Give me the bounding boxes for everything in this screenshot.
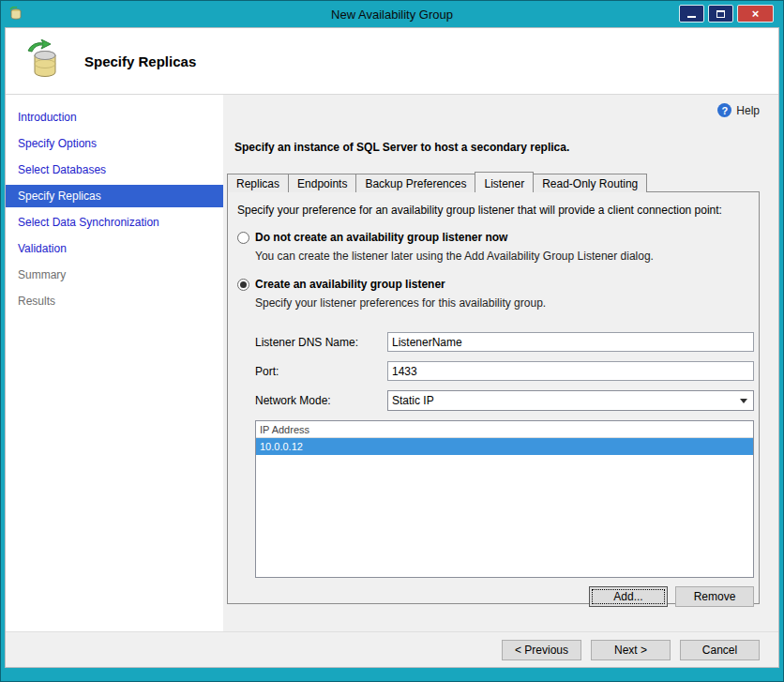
ip-address-list: IP Address 10.0.0.12 bbox=[255, 420, 754, 578]
help-label: Help bbox=[736, 104, 760, 117]
tab-endpoints[interactable]: Endpoints bbox=[288, 174, 356, 192]
add-button[interactable]: Add... bbox=[589, 586, 668, 607]
maximize-icon bbox=[716, 10, 725, 18]
radio-create-listener[interactable]: Create an availability group listener bbox=[237, 278, 754, 291]
availability-group-icon bbox=[23, 39, 66, 83]
previous-button[interactable]: < Previous bbox=[502, 640, 581, 660]
tab-read-only-routing[interactable]: Read-Only Routing bbox=[533, 174, 647, 192]
new-availability-group-window: New Availability Group × Specify Replica… bbox=[0, 0, 784, 682]
wizard-footer: < Previous Next > Cancel bbox=[6, 631, 778, 667]
minimize-icon bbox=[687, 16, 696, 18]
main-panel: ? Help Specify an instance of SQL Server… bbox=[223, 95, 778, 631]
sidebar-item-specify-replicas[interactable]: Specify Replicas bbox=[6, 185, 223, 207]
radio-no-listener[interactable]: Do not create an availability group list… bbox=[237, 231, 754, 244]
close-icon: × bbox=[752, 8, 760, 20]
tab-replicas[interactable]: Replicas bbox=[227, 174, 289, 192]
maximize-button[interactable] bbox=[708, 5, 733, 23]
tab-backup-preferences[interactable]: Backup Preferences bbox=[355, 174, 475, 192]
dns-name-input[interactable] bbox=[387, 332, 754, 352]
caption-buttons: × bbox=[679, 5, 774, 23]
app-icon bbox=[8, 7, 23, 22]
radio-create-listener-description: Specify your listener preferences for th… bbox=[255, 296, 754, 310]
chevron-down-icon bbox=[740, 399, 747, 403]
network-mode-row: Network Mode: Static IP bbox=[255, 390, 754, 411]
sidebar-item-specify-options[interactable]: Specify Options bbox=[6, 130, 223, 157]
page-title: Specify Replicas bbox=[84, 53, 196, 69]
window-title: New Availability Group bbox=[1, 8, 783, 22]
close-button[interactable]: × bbox=[737, 5, 774, 23]
network-mode-value: Static IP bbox=[392, 394, 434, 407]
radio-no-listener-icon bbox=[237, 232, 249, 244]
dns-name-row: Listener DNS Name: bbox=[255, 332, 754, 352]
port-row: Port: bbox=[255, 361, 754, 381]
help-icon: ? bbox=[717, 103, 731, 117]
sidebar-item-select-data-synchronization[interactable]: Select Data Synchronization bbox=[6, 209, 223, 235]
listener-preference-text: Specify your preference for an availabil… bbox=[237, 204, 754, 217]
cancel-button[interactable]: Cancel bbox=[680, 640, 760, 660]
next-button[interactable]: Next > bbox=[591, 640, 671, 660]
tab-listener[interactable]: Listener bbox=[475, 172, 534, 192]
dialog-body: Specify Replicas Introduction Specify Op… bbox=[5, 27, 779, 668]
ip-list-buttons: Add... Remove bbox=[235, 586, 754, 607]
remove-button[interactable]: Remove bbox=[675, 586, 754, 607]
radio-create-listener-label: Create an availability group listener bbox=[255, 278, 445, 291]
radio-create-listener-icon bbox=[237, 279, 249, 291]
titlebar: New Availability Group × bbox=[1, 1, 783, 27]
wizard-content: Introduction Specify Options Select Data… bbox=[6, 95, 778, 631]
network-mode-select[interactable]: Static IP bbox=[387, 390, 754, 411]
tab-strip: Replicas Endpoints Backup Preferences Li… bbox=[227, 172, 760, 192]
wizard-steps-sidebar: Introduction Specify Options Select Data… bbox=[6, 95, 223, 631]
network-mode-label: Network Mode: bbox=[255, 394, 387, 407]
sidebar-item-results: Results bbox=[6, 288, 223, 314]
sidebar-item-introduction[interactable]: Introduction bbox=[6, 104, 223, 130]
listener-tab-panel: Specify your preference for an availabil… bbox=[227, 191, 760, 604]
port-input[interactable] bbox=[387, 361, 754, 381]
help-link[interactable]: ? Help bbox=[227, 103, 760, 117]
sidebar-item-select-databases[interactable]: Select Databases bbox=[6, 157, 223, 183]
minimize-button[interactable] bbox=[679, 5, 704, 23]
ip-address-column-header[interactable]: IP Address bbox=[256, 421, 753, 438]
instruction-text: Specify an instance of SQL Server to hos… bbox=[234, 141, 760, 154]
port-label: Port: bbox=[255, 365, 387, 378]
radio-no-listener-description: You can create the listener later using … bbox=[255, 250, 754, 263]
radio-no-listener-label: Do not create an availability group list… bbox=[255, 231, 507, 244]
dns-name-label: Listener DNS Name: bbox=[255, 336, 387, 349]
wizard-header: Specify Replicas bbox=[6, 28, 778, 95]
ip-address-row[interactable]: 10.0.0.12 bbox=[256, 438, 753, 455]
sidebar-item-validation[interactable]: Validation bbox=[6, 235, 223, 262]
sidebar-item-summary: Summary bbox=[6, 262, 223, 288]
